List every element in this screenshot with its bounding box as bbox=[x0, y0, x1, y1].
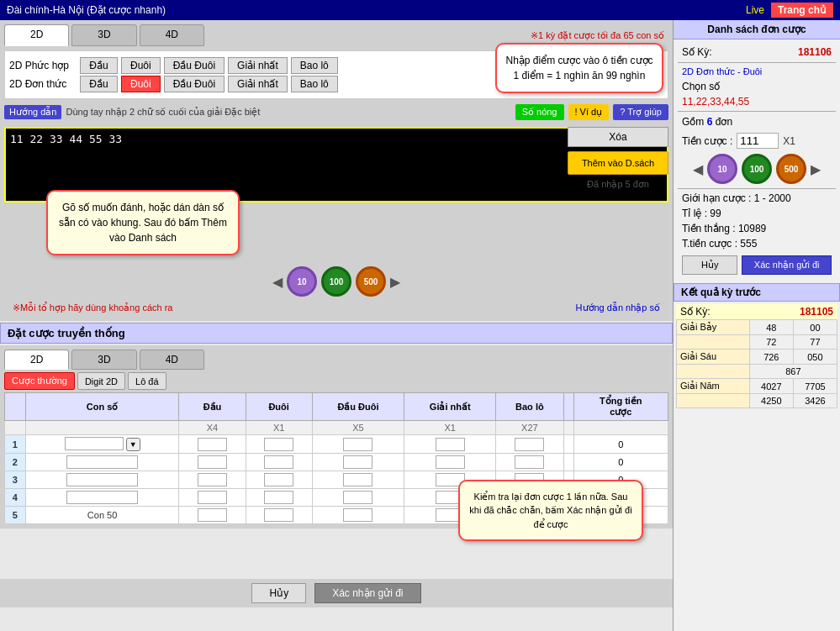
tien-cuoc-row: Tiền cược : X1 bbox=[678, 130, 836, 151]
scroll-col-1 bbox=[563, 435, 573, 454]
input-conso-1[interactable] bbox=[65, 437, 124, 450]
chip-prev[interactable]: ◀ bbox=[272, 274, 283, 290]
col-header-giainhat: Giải nhất bbox=[404, 393, 496, 421]
vi-du-button[interactable]: ! Ví dụ bbox=[568, 104, 610, 120]
tooltip-tien-cuoc: Nhập điểm cược vào ô tiền cược1 điểm = 1… bbox=[495, 43, 663, 93]
row-num-2: 2 bbox=[5, 454, 26, 471]
tab-3d-top[interactable]: 3D bbox=[71, 24, 136, 46]
them-vao-button[interactable]: Thêm vào D.sách bbox=[568, 151, 668, 175]
col-header-conso: Con số bbox=[25, 393, 179, 421]
input-conso-4[interactable] bbox=[66, 491, 138, 504]
col-header-duoi: Đuôi bbox=[246, 393, 312, 421]
right-xacnhan-button[interactable]: Xác nhận gửi đi bbox=[742, 255, 832, 275]
input-dauduoi-3[interactable] bbox=[343, 473, 372, 486]
right-chip-100[interactable]: 100 bbox=[742, 154, 772, 184]
gom-label: Gồm bbox=[682, 116, 704, 128]
cuoc-type-row: Cược thường Digit 2D Lô đá bbox=[4, 372, 668, 390]
btn-lo-da[interactable]: Lô đá bbox=[128, 372, 166, 390]
cell-dauduoi-3 bbox=[312, 471, 404, 489]
input-dauduoi-5[interactable] bbox=[343, 508, 372, 522]
btn-donthuc-giainhat[interactable]: Giải nhất bbox=[228, 76, 288, 92]
input-dauduoi-2[interactable] bbox=[343, 455, 372, 469]
tab-2d-top[interactable]: 2D bbox=[4, 24, 69, 46]
right-huy-button[interactable]: Hủy bbox=[682, 255, 737, 275]
right-panel: Danh sách đơn cược Số Kỳ: 181106 2D Đơn … bbox=[673, 20, 840, 631]
huong-dan-row: Hướng dẫn Dùng tay nhập 2 chữ số cuối củ… bbox=[4, 102, 668, 123]
input-giainhat-2[interactable] bbox=[436, 455, 465, 469]
right-chip-500[interactable]: 500 bbox=[776, 154, 806, 184]
mult-baolo: X27 bbox=[496, 421, 563, 435]
ketqua-nam-1: 4027 bbox=[749, 379, 793, 394]
btn-donthuc-duoi[interactable]: Đuôi bbox=[121, 76, 161, 92]
input-duoi-4[interactable] bbox=[264, 491, 293, 504]
input-dau-3[interactable] bbox=[198, 473, 227, 486]
input-conso-3[interactable] bbox=[66, 473, 138, 486]
cell-dauduoi-4 bbox=[312, 489, 404, 507]
ketqua-table: Giải Bảy 48 00 72 77 Giải Sáu 726 050 86… bbox=[676, 319, 837, 408]
xoa-button[interactable]: Xóa bbox=[568, 127, 668, 147]
col-header-empty bbox=[5, 393, 26, 421]
tab-4d-top[interactable]: 4D bbox=[140, 24, 204, 46]
tab-2d-bottom[interactable]: 2D bbox=[4, 350, 69, 370]
chip-10[interactable]: 10 bbox=[287, 266, 317, 297]
giai-sau-label-2 bbox=[677, 365, 750, 379]
btn-phuchop-baolo[interactable]: Bao lô bbox=[291, 57, 338, 74]
btn-phuchop-dauduoi[interactable]: Đầu Đuôi bbox=[164, 57, 225, 74]
tien-cuoc-input[interactable] bbox=[737, 133, 779, 149]
btn-phuchop-dau[interactable]: Đầu bbox=[80, 57, 118, 74]
cell-dau-1 bbox=[179, 435, 246, 454]
btn-donthuc-dau[interactable]: Đầu bbox=[80, 76, 118, 92]
cell-dau-4 bbox=[179, 489, 246, 507]
mult-giainhat: X1 bbox=[404, 421, 496, 435]
input-dauduoi-4[interactable] bbox=[343, 491, 372, 504]
btn-phuchop-duoi[interactable]: Đuôi bbox=[121, 57, 161, 74]
right-chip-prev[interactable]: ◀ bbox=[693, 161, 703, 177]
input-dau-2[interactable] bbox=[198, 455, 227, 469]
ketqua-section: Số Kỳ: 181105 Giải Bảy 48 00 72 77 Giải … bbox=[674, 302, 840, 411]
trangchu-button[interactable]: Trang chủ bbox=[771, 3, 833, 18]
input-dau-1[interactable] bbox=[198, 438, 227, 451]
cell-tong-2: 0 bbox=[573, 454, 668, 471]
cell-conso-5: Con 50 bbox=[25, 507, 179, 524]
chip-next[interactable]: ▶ bbox=[390, 274, 400, 290]
tab-4d-bottom[interactable]: 4D bbox=[140, 350, 204, 370]
btn-cuoc-thuong[interactable]: Cược thường bbox=[4, 372, 75, 390]
btn-donthuc-baolo[interactable]: Bao lô bbox=[291, 76, 338, 92]
input-duoi-5[interactable] bbox=[264, 508, 293, 522]
row-num-3: 3 bbox=[5, 471, 26, 489]
bet-label-phuchop: 2D Phức hợp bbox=[9, 60, 77, 71]
so-nong-button[interactable]: Số nóng bbox=[515, 104, 564, 120]
chip-100[interactable]: 100 bbox=[321, 266, 351, 297]
btn-phuchop-giainhat[interactable]: Giải nhất bbox=[228, 57, 288, 74]
input-dau-4[interactable] bbox=[198, 491, 227, 504]
ketqua-header: Kết quả kỳ trước bbox=[674, 283, 840, 302]
input-giainhat-1[interactable] bbox=[436, 438, 465, 451]
tooltip-xacnhan: Kiểm tra lại đơn cược 1 lần nữa. Sau khi… bbox=[458, 480, 643, 542]
xacnhan-button-bottom[interactable]: Xác nhận gửi đi bbox=[314, 583, 420, 603]
giai-bay-label: Giải Bảy bbox=[677, 320, 750, 335]
huong-dan-label: Hướng dẫn bbox=[4, 105, 61, 119]
input-dauduoi-1[interactable] bbox=[343, 438, 372, 451]
right-chip-next[interactable]: ▶ bbox=[811, 161, 821, 177]
input-duoi-3[interactable] bbox=[264, 473, 293, 486]
right-chip-10[interactable]: 10 bbox=[707, 154, 737, 184]
tro-giup-button[interactable]: ? Trợ giúp bbox=[613, 104, 668, 120]
input-baolo-2[interactable] bbox=[515, 455, 544, 469]
btn-conso-1[interactable]: ▼ bbox=[126, 438, 140, 451]
input-duoi-1[interactable] bbox=[264, 438, 293, 451]
input-dau-5[interactable] bbox=[198, 508, 227, 522]
giai-sau-label: Giải Sáu bbox=[677, 350, 750, 365]
input-conso-2[interactable] bbox=[66, 455, 138, 469]
input-duoi-2[interactable] bbox=[264, 455, 293, 469]
cell-duoi-5 bbox=[246, 507, 312, 524]
ketqua-nam-2: 7705 bbox=[793, 379, 837, 394]
btn-donthuc-dauduoi[interactable]: Đầu Đuôi bbox=[164, 76, 225, 92]
da-nhap-text: Đã nhập 5 đơn bbox=[568, 179, 668, 190]
col-header-dauduoi: Đầu Đuôi bbox=[312, 393, 404, 421]
chip-500[interactable]: 500 bbox=[356, 266, 386, 297]
cell-duoi-1 bbox=[246, 435, 312, 454]
btn-digit-2d[interactable]: Digit 2D bbox=[77, 372, 125, 390]
tab-3d-bottom[interactable]: 3D bbox=[71, 350, 136, 370]
input-baolo-1[interactable] bbox=[515, 438, 544, 451]
huy-button-bottom[interactable]: Hủy bbox=[251, 583, 306, 603]
